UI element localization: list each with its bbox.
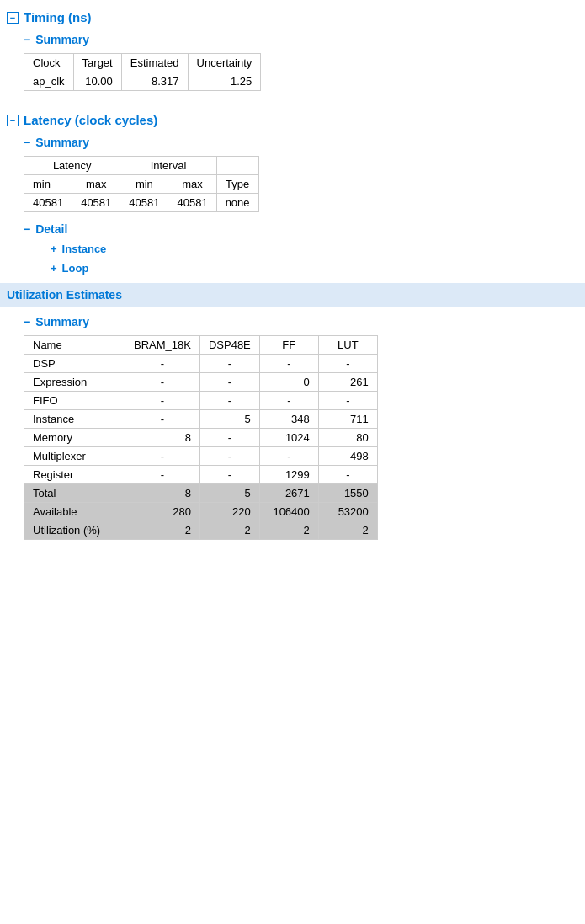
table-row: Instance - 5 348 711: [24, 410, 378, 429]
timing-section-header[interactable]: − Timing (ns): [0, 5, 585, 29]
util-total-ff: 2671: [259, 484, 318, 503]
util-row-dsp-ff: -: [259, 355, 318, 373]
util-row-mux-dsp: -: [199, 447, 259, 466]
latency-summary-table-container: Latency Interval min max min max Type 40…: [24, 156, 578, 212]
util-row-mux-bram: -: [125, 447, 200, 466]
util-row-mux-name: Multiplexer: [24, 447, 125, 466]
util-row-reg-dsp: -: [199, 466, 259, 484]
timing-summary-table: Clock Target Estimated Uncertainty ap_cl…: [24, 53, 261, 91]
table-row: Expression - - 0 261: [24, 373, 378, 392]
util-col-ff: FF: [259, 336, 318, 355]
latency-col-min2: min: [120, 175, 168, 194]
util-row-mem-ff: 1024: [259, 429, 318, 447]
util-col-name: Name: [24, 336, 125, 355]
util-row-fifo-name: FIFO: [24, 392, 125, 410]
timing-summary-header[interactable]: − Summary: [0, 29, 585, 50]
util-util-name: Utilization (%): [24, 521, 125, 540]
table-row: Register - - 1299 -: [24, 466, 378, 484]
utilization-section-bar: Utilization Estimates: [0, 283, 585, 307]
latency-loop-label: Loop: [62, 262, 89, 275]
latency-summary-table: Latency Interval min max min max Type 40…: [24, 156, 259, 212]
util-row-reg-name: Register: [24, 466, 125, 484]
util-row-inst-lut: 711: [318, 410, 377, 429]
util-row-reg-bram: -: [125, 466, 200, 484]
util-row-reg-lut: -: [318, 466, 377, 484]
util-avail-dsp: 220: [199, 503, 259, 521]
util-row-expr-ff: 0: [259, 373, 318, 392]
latency-col-type: Type: [216, 175, 258, 194]
timing-col-target: Target: [73, 54, 121, 72]
latency-min2-val: 40581: [120, 194, 168, 212]
latency-section-header[interactable]: − Latency (clock cycles): [0, 108, 585, 132]
util-row-fifo-dsp: -: [199, 392, 259, 410]
timing-col-estimated: Estimated: [121, 54, 188, 72]
timing-target-val: 10.00: [73, 72, 121, 91]
utilization-summary-header[interactable]: − Summary: [0, 312, 585, 332]
utilization-table: Name BRAM_18K DSP48E FF LUT DSP - - - - …: [24, 335, 378, 540]
util-avail-ff: 106400: [259, 503, 318, 521]
latency-loop-header[interactable]: + Loop: [0, 259, 585, 278]
latency-min1-val: 40581: [24, 194, 72, 212]
timing-uncertainty-val: 1.25: [188, 72, 261, 91]
timing-section-label: Timing (ns): [24, 10, 92, 24]
util-total-name: Total: [24, 484, 125, 503]
latency-type-val: none: [216, 194, 258, 212]
util-utilization-row: Utilization (%) 2 2 2 2: [24, 521, 378, 540]
table-row: Memory 8 - 1024 80: [24, 429, 378, 447]
latency-col-max1: max: [72, 175, 120, 194]
util-col-bram: BRAM_18K: [125, 336, 200, 355]
util-row-mem-dsp: -: [199, 429, 259, 447]
latency-col-max2: max: [168, 175, 216, 194]
util-col-dsp: DSP48E: [199, 336, 259, 355]
util-total-bram: 8: [125, 484, 200, 503]
util-row-mem-bram: 8: [125, 429, 200, 447]
table-row: FIFO - - - -: [24, 392, 378, 410]
util-row-mux-lut: 498: [318, 447, 377, 466]
latency-summary-label: Summary: [35, 136, 89, 149]
latency-col-interval: Interval: [120, 157, 216, 175]
timing-col-uncertainty: Uncertainty: [188, 54, 261, 72]
util-row-expr-lut: 261: [318, 373, 377, 392]
util-row-dsp-bram: -: [125, 355, 200, 373]
latency-detail-label: Detail: [35, 222, 67, 236]
util-row-fifo-ff: -: [259, 392, 318, 410]
latency-max2-val: 40581: [168, 194, 216, 212]
util-util-lut: 2: [318, 521, 377, 540]
util-row-mem-name: Memory: [24, 429, 125, 447]
util-util-dsp: 2: [199, 521, 259, 540]
timing-summary-label: Summary: [35, 33, 89, 46]
util-row-reg-ff: 1299: [259, 466, 318, 484]
utilization-summary-toggle: −: [24, 315, 30, 328]
latency-col-type-empty: [216, 157, 258, 175]
timing-summary-table-container: Clock Target Estimated Uncertainty ap_cl…: [24, 53, 578, 91]
latency-col-latency: Latency: [24, 157, 120, 175]
latency-instance-label: Instance: [62, 243, 107, 255]
util-row-mem-lut: 80: [318, 429, 377, 447]
table-row: Multiplexer - - - 498: [24, 447, 378, 466]
timing-summary-toggle: −: [24, 33, 30, 46]
latency-summary-header[interactable]: − Summary: [0, 132, 585, 152]
table-row: ap_clk 10.00 8.317 1.25: [24, 72, 261, 91]
util-col-lut: LUT: [318, 336, 377, 355]
table-row: 40581 40581 40581 40581 none: [24, 194, 259, 212]
util-row-expr-dsp: -: [199, 373, 259, 392]
util-row-expr-bram: -: [125, 373, 200, 392]
util-row-inst-ff: 348: [259, 410, 318, 429]
timing-col-clock: Clock: [24, 54, 74, 72]
timing-estimated-val: 8.317: [121, 72, 188, 91]
latency-col-min1: min: [24, 175, 72, 194]
utilization-table-container: Name BRAM_18K DSP48E FF LUT DSP - - - - …: [24, 335, 578, 540]
util-row-fifo-lut: -: [318, 392, 377, 410]
util-total-row: Total 8 5 2671 1550: [24, 484, 378, 503]
util-row-mux-ff: -: [259, 447, 318, 466]
util-avail-name: Available: [24, 503, 125, 521]
latency-instance-header[interactable]: + Instance: [0, 239, 585, 259]
latency-instance-toggle: +: [51, 243, 57, 255]
timing-clock-val: ap_clk: [24, 72, 74, 91]
latency-toggle-icon: −: [7, 115, 19, 126]
util-row-inst-bram: -: [125, 410, 200, 429]
table-row: DSP - - - -: [24, 355, 378, 373]
utilization-section-label: Utilization Estimates: [7, 288, 122, 302]
util-row-dsp-lut: -: [318, 355, 377, 373]
latency-detail-header[interactable]: − Detail: [0, 219, 585, 239]
